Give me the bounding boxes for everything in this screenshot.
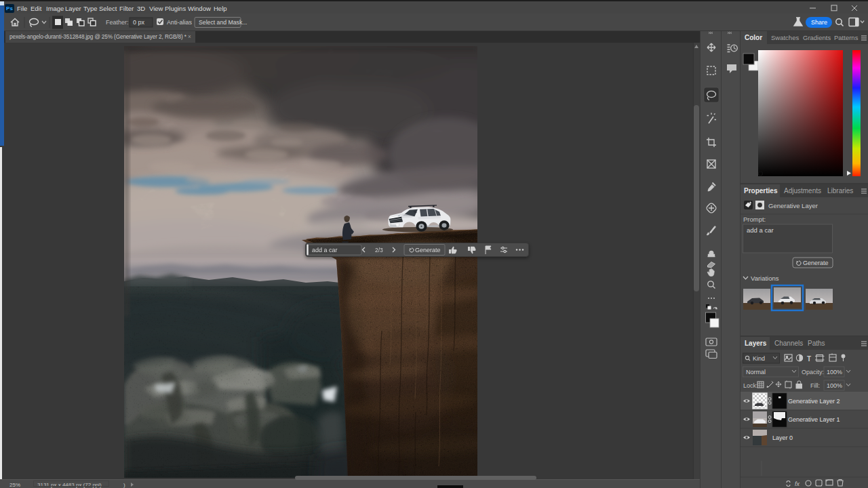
svg-text:Generate: Generate <box>803 260 829 266</box>
svg-text:add a car: add a car <box>312 247 338 253</box>
svg-text:Adjustments: Adjustments <box>784 187 821 195</box>
svg-text:Opacity:: Opacity: <box>802 369 824 375</box>
svg-text:Channels: Channels <box>774 340 803 347</box>
svg-text:T: T <box>807 355 811 363</box>
svg-text:fx: fx <box>795 481 800 487</box>
svg-text:Anti-alias: Anti-alias <box>167 19 193 26</box>
svg-text:Kind: Kind <box>753 355 765 362</box>
svg-text:Swatches: Swatches <box>771 34 799 41</box>
svg-text:Share: Share <box>811 19 827 26</box>
svg-text:Select and Mask...: Select and Mask... <box>199 19 247 26</box>
svg-text:Generative Layer: Generative Layer <box>768 202 818 209</box>
svg-text:Gradients: Gradients <box>803 34 831 41</box>
svg-text:0 px: 0 px <box>133 19 145 26</box>
svg-text:Layer 0: Layer 0 <box>772 434 793 441</box>
svg-text:Normal: Normal <box>746 369 766 375</box>
svg-text:Generative Layer 1: Generative Layer 1 <box>788 416 840 423</box>
svg-text:100%: 100% <box>827 369 842 375</box>
svg-text:Libraries: Libraries <box>827 187 853 195</box>
svg-text:Paths: Paths <box>808 340 825 347</box>
svg-text:Generate: Generate <box>415 247 441 253</box>
svg-text:2/3: 2/3 <box>375 247 383 253</box>
svg-text:Lock:: Lock: <box>743 382 758 389</box>
svg-text:Prompt:: Prompt: <box>743 216 766 223</box>
svg-text:Variations: Variations <box>751 274 779 282</box>
svg-text:Layers: Layers <box>745 340 767 347</box>
svg-text:Properties: Properties <box>744 187 778 195</box>
svg-text:add a car: add a car <box>747 226 774 234</box>
svg-text:Fill:: Fill: <box>810 382 820 389</box>
svg-text:Generative Layer 2: Generative Layer 2 <box>788 398 840 405</box>
svg-text:Color: Color <box>745 34 762 41</box>
svg-text:100%: 100% <box>827 382 842 389</box>
svg-text:Patterns: Patterns <box>834 34 859 41</box>
svg-text:Feather:: Feather: <box>106 19 129 26</box>
